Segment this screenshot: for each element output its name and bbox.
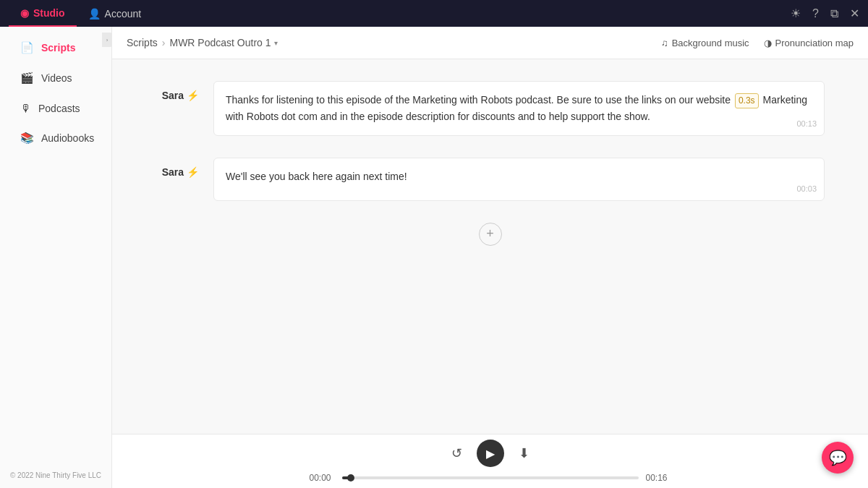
time-current: 00:00	[310, 473, 335, 483]
account-label: Account	[105, 8, 142, 20]
speaker-label-2: Sara ⚡	[156, 158, 199, 178]
sidebar-audiobooks-label: Audiobooks	[41, 132, 94, 144]
pause-badge-1[interactable]: 0.3s	[735, 93, 759, 108]
music-icon: ♫	[661, 38, 668, 48]
player-progress: 00:00 00:16	[310, 473, 671, 483]
script-text-box-2[interactable]: We'll see you back here again next time!…	[213, 158, 825, 201]
speaker-bolt-1: ⚡	[187, 90, 199, 101]
script-content: Sara ⚡ Thanks for listening to this epis…	[112, 59, 868, 434]
script-block-2: Sara ⚡ We'll see you back here again nex…	[156, 158, 825, 201]
background-music-button[interactable]: ♫ Background music	[661, 38, 749, 48]
pronunciation-icon: ◑	[764, 38, 772, 48]
player-bar: ↺ ▶ ⬇ 00:00 00:16	[112, 434, 868, 488]
main-layout: › 📄 Scripts 🎬 Videos 🎙 Podcasts 📚 Audiob…	[0, 27, 868, 488]
external-link-icon[interactable]: ⧉	[830, 7, 838, 20]
breadcrumb-root[interactable]: Scripts	[127, 37, 158, 48]
sidebar-podcasts-label: Podcasts	[38, 103, 80, 114]
content-header: Scripts › MWR Podcast Outro 1 ▾ ♫ Backgr…	[112, 27, 868, 59]
script-text-box-1[interactable]: Thanks for listening to this episode of …	[213, 81, 825, 136]
breadcrumb: Scripts › MWR Podcast Outro 1 ▾	[127, 37, 278, 48]
timestamp-2: 00:03	[796, 183, 817, 196]
close-icon[interactable]: ✕	[850, 7, 859, 20]
download-button[interactable]: ⬇	[519, 445, 529, 461]
audiobooks-icon: 📚	[20, 132, 34, 145]
videos-icon: 🎬	[20, 72, 34, 85]
topbar: ◉ Studio 👤 Account ☀ ? ⧉ ✕	[0, 0, 868, 27]
pronunciation-map-label: Pronunciation map	[775, 38, 854, 48]
breadcrumb-chevron-icon: ▾	[274, 39, 278, 47]
scripts-icon: 📄	[20, 41, 34, 54]
play-button[interactable]: ▶	[477, 440, 504, 467]
theme-icon[interactable]: ☀	[791, 7, 801, 20]
script-text-2: We'll see you back here again next time!	[226, 171, 407, 182]
background-music-label: Background music	[672, 38, 749, 48]
content-area: Scripts › MWR Podcast Outro 1 ▾ ♫ Backgr…	[112, 27, 868, 488]
breadcrumb-separator: ›	[162, 37, 166, 48]
script-text-before-pause-1: Thanks for listening to this episode of …	[226, 94, 733, 106]
studio-tab[interactable]: ◉ Studio	[9, 0, 77, 27]
topbar-left: ◉ Studio 👤 Account	[9, 0, 153, 27]
script-block-1: Sara ⚡ Thanks for listening to this epis…	[156, 81, 825, 136]
speaker-name-1: Sara	[162, 90, 184, 101]
sidebar-scripts-label: Scripts	[41, 42, 75, 53]
account-icon: 👤	[88, 8, 101, 20]
player-controls: ↺ ▶ ⬇	[451, 440, 529, 467]
add-block-container: +	[156, 223, 825, 246]
add-block-button[interactable]: +	[479, 223, 502, 246]
chat-icon: 💬	[829, 449, 847, 466]
pronunciation-map-button[interactable]: ◑ Pronunciation map	[764, 38, 854, 48]
topbar-right: ☀ ? ⧉ ✕	[791, 7, 859, 20]
help-icon[interactable]: ?	[812, 7, 819, 20]
sidebar: › 📄 Scripts 🎬 Videos 🎙 Podcasts 📚 Audiob…	[0, 27, 112, 488]
sidebar-item-podcasts[interactable]: 🎙 Podcasts	[6, 95, 106, 121]
replay-button[interactable]: ↺	[451, 445, 462, 461]
sidebar-collapse-btn[interactable]: ›	[102, 33, 112, 47]
speaker-bolt-2: ⚡	[187, 166, 199, 178]
studio-icon: ◉	[20, 7, 29, 19]
breadcrumb-current-text: MWR Podcast Outro 1	[169, 37, 271, 48]
speaker-name-2: Sara	[162, 166, 184, 178]
chat-bubble-button[interactable]: 💬	[822, 442, 854, 474]
account-tab[interactable]: 👤 Account	[77, 0, 153, 27]
sidebar-footer: © 2022 Nine Thirty Five LLC	[0, 471, 111, 479]
sidebar-videos-label: Videos	[41, 72, 72, 84]
progress-track[interactable]	[342, 476, 639, 479]
progress-dot	[347, 474, 354, 481]
breadcrumb-current[interactable]: MWR Podcast Outro 1 ▾	[169, 37, 277, 48]
sidebar-item-videos[interactable]: 🎬 Videos	[6, 64, 106, 92]
speaker-label-1: Sara ⚡	[156, 81, 199, 101]
podcasts-icon: 🎙	[20, 102, 31, 114]
timestamp-1: 00:13	[796, 118, 817, 131]
header-actions: ♫ Background music ◑ Pronunciation map	[661, 38, 854, 48]
time-total: 00:16	[646, 473, 671, 483]
studio-label: Studio	[33, 7, 65, 19]
sidebar-item-scripts[interactable]: 📄 Scripts	[6, 34, 106, 61]
sidebar-item-audiobooks[interactable]: 📚 Audiobooks	[6, 124, 106, 152]
